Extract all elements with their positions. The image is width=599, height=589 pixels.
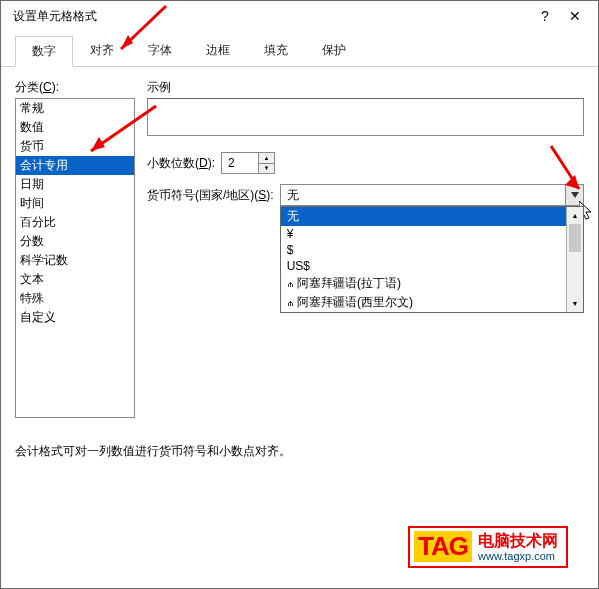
scroll-down-icon[interactable]: ▼ <box>567 295 583 312</box>
symbol-value: 无 <box>281 185 565 205</box>
scroll-up-icon[interactable]: ▲ <box>567 207 583 224</box>
symbol-opt-usd2[interactable]: US$ <box>281 258 583 274</box>
spin-down-icon[interactable]: ▼ <box>259 164 274 174</box>
symbol-opt-az-cyrillic[interactable]: ₼ 阿塞拜疆语(西里尔文) <box>281 293 583 312</box>
format-cells-dialog: 设置单元格格式 ? ✕ 数字 对齐 字体 边框 填充 保护 分类(C): 常规 … <box>0 0 599 589</box>
scroll-thumb[interactable] <box>569 224 581 252</box>
symbol-dropdown-list[interactable]: 无 ¥ $ US$ ₼ 阿塞拜疆语(拉丁语) ₼ 阿塞拜疆语(西里尔文) ▲ <box>280 206 584 313</box>
tab-protection[interactable]: 保护 <box>305 35 363 66</box>
cat-scientific[interactable]: 科学记数 <box>16 251 134 270</box>
cat-time[interactable]: 时间 <box>16 194 134 213</box>
symbol-dropdown-button[interactable] <box>565 185 583 205</box>
titlebar: 设置单元格格式 ? ✕ <box>1 1 598 31</box>
cat-number[interactable]: 数值 <box>16 118 134 137</box>
dialog-title: 设置单元格格式 <box>9 8 530 25</box>
tab-alignment[interactable]: 对齐 <box>73 35 131 66</box>
category-listbox[interactable]: 常规 数值 货币 会计专用 日期 时间 百分比 分数 科学记数 文本 特殊 自定… <box>15 98 135 418</box>
symbol-opt-usd[interactable]: $ <box>281 242 583 258</box>
tab-strip: 数字 对齐 字体 边框 填充 保护 <box>1 31 598 67</box>
symbol-row: 货币符号(国家/地区)(S): 无 无 ¥ $ US$ <box>147 184 584 206</box>
cat-general[interactable]: 常规 <box>16 99 134 118</box>
format-description: 会计格式可对一列数值进行货币符号和小数点对齐。 <box>15 443 291 460</box>
symbol-opt-az-latin[interactable]: ₼ 阿塞拜疆语(拉丁语) <box>281 274 583 293</box>
decimal-input[interactable] <box>222 153 258 173</box>
dropdown-scrollbar[interactable]: ▲ ▼ <box>566 207 583 312</box>
watermark-line2: www.tagxp.com <box>478 550 558 563</box>
spin-up-icon[interactable]: ▲ <box>259 153 274 164</box>
cat-currency[interactable]: 货币 <box>16 137 134 156</box>
symbol-opt-yen[interactable]: ¥ <box>281 226 583 242</box>
watermark-tag: TAG <box>414 531 472 562</box>
close-button[interactable]: ✕ <box>560 8 590 24</box>
sample-label: 示例 <box>147 79 584 96</box>
tab-body: 分类(C): 常规 数值 货币 会计专用 日期 时间 百分比 分数 科学记数 文… <box>1 67 598 430</box>
decimal-row: 小数位数(D): ▲ ▼ <box>147 152 584 174</box>
cat-percent[interactable]: 百分比 <box>16 213 134 232</box>
tab-number[interactable]: 数字 <box>15 36 73 67</box>
chevron-down-icon <box>571 192 579 198</box>
scroll-track[interactable] <box>567 224 583 295</box>
help-button[interactable]: ? <box>530 8 560 24</box>
spin-buttons: ▲ ▼ <box>258 153 274 173</box>
cat-custom[interactable]: 自定义 <box>16 308 134 327</box>
cat-special[interactable]: 特殊 <box>16 289 134 308</box>
right-pane: 示例 小数位数(D): ▲ ▼ 货币符号(国家/地区)(S): <box>147 79 584 216</box>
symbol-combo[interactable]: 无 <box>280 184 584 206</box>
watermark: TAG 电脑技术网 www.tagxp.com <box>408 526 568 568</box>
cat-accounting[interactable]: 会计专用 <box>16 156 134 175</box>
tab-fill[interactable]: 填充 <box>247 35 305 66</box>
cat-text[interactable]: 文本 <box>16 270 134 289</box>
sample-box <box>147 98 584 136</box>
tab-border[interactable]: 边框 <box>189 35 247 66</box>
cat-date[interactable]: 日期 <box>16 175 134 194</box>
watermark-line1: 电脑技术网 <box>478 531 558 550</box>
decimal-spin: ▲ ▼ <box>221 152 275 174</box>
decimal-label: 小数位数(D): <box>147 155 215 172</box>
symbol-opt-none[interactable]: 无 <box>281 207 583 226</box>
tab-font[interactable]: 字体 <box>131 35 189 66</box>
symbol-label: 货币符号(国家/地区)(S): <box>147 187 274 204</box>
cat-fraction[interactable]: 分数 <box>16 232 134 251</box>
